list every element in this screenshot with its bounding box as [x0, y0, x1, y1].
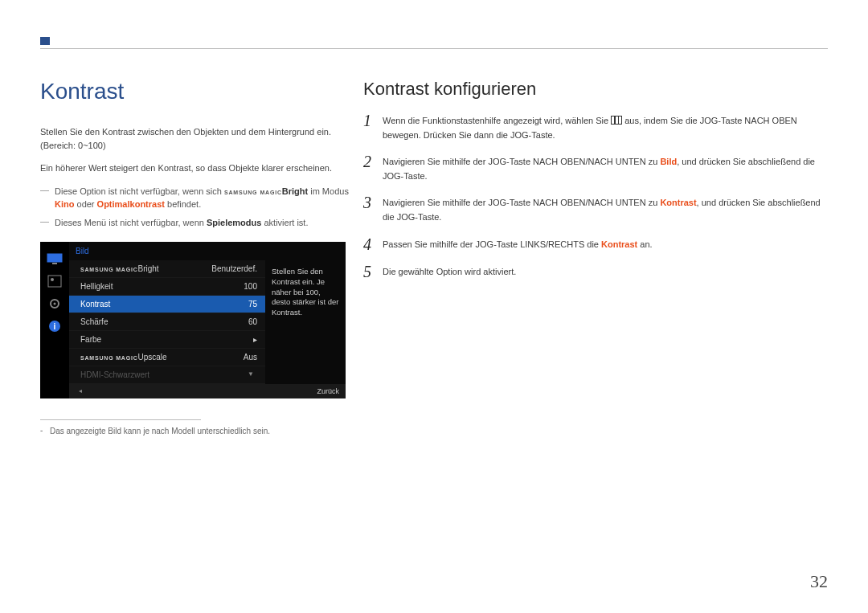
step-number: 5 — [363, 264, 383, 280]
step-1: 1 Wenn die Funktionstastenhilfe angezeig… — [363, 114, 829, 142]
step-2-text-a: Navigieren Sie mithilfe der JOG-Taste NA… — [383, 157, 660, 166]
step-4-text-b: an. — [637, 239, 652, 249]
subsection-heading: Kontrast konfigurieren — [363, 79, 829, 100]
step-4-text-a: Passen Sie mithilfe der JOG-Taste LINKS/… — [383, 239, 601, 249]
osd-row-schaerfe: Schärfe 60 — [69, 313, 265, 331]
gear-icon — [46, 296, 63, 311]
svg-text:i: i — [54, 322, 56, 331]
osd-value-schaerfe: 60 — [248, 317, 257, 326]
info-icon: i — [46, 319, 63, 333]
step-4-bold: Kontrast — [601, 239, 637, 249]
step-5: 5 Die gewählte Option wird aktiviert. — [363, 265, 829, 280]
samsung-label: SAMSUNG — [224, 190, 257, 195]
osd-row-magic: MAGIC — [116, 267, 137, 272]
osd-value-upscale: Aus — [244, 353, 257, 362]
step-3-bold: Kontrast — [660, 198, 696, 207]
osd-sidebar: i — [40, 242, 69, 398]
header-rule — [40, 48, 828, 49]
footnote-separator — [40, 419, 201, 420]
step-2-bold: Bild — [660, 157, 677, 166]
step-list: 1 Wenn die Funktionstastenhilfe angezeig… — [363, 114, 829, 280]
step-4: 4 Passen Sie mithilfe der JOG-Taste LINK… — [363, 238, 829, 252]
osd-value-benutzerdef: Benutzerdef. — [211, 264, 257, 273]
intro-text-2: Ein höherer Wert steigert den Kontrast, … — [40, 161, 354, 175]
osd-header: Bild — [69, 242, 346, 260]
step-3: 3 Navigieren Sie mithilfe der JOG-Taste … — [363, 196, 829, 224]
osd-screenshot: i Bild SAMSUNG MAGICBright Benutzerdef. … — [40, 242, 346, 398]
step-body: Navigieren Sie mithilfe der JOG-Taste NA… — [383, 155, 829, 183]
note-2-part-b: aktiviert ist. — [261, 218, 308, 227]
monitor-icon — [46, 251, 63, 266]
note-2-part-a: Dieses Menü ist nicht verfügbar, wenn — [55, 218, 207, 227]
osd-row-magic2: MAGIC — [116, 355, 137, 361]
osd-value-helligkeit: 100 — [244, 282, 257, 291]
step-1-text-a: Wenn die Funktionstastenhilfe angezeigt … — [383, 116, 611, 125]
step-body: Navigieren Sie mithilfe der JOG-Taste NA… — [383, 196, 829, 224]
note-1-part-d: befindet. — [165, 199, 201, 209]
magic-label: MAGIC — [260, 190, 281, 195]
osd-label-hdmi: HDMI-Schwarzwert — [80, 370, 149, 379]
footnote: Das angezeigte Bild kann je nach Modell … — [40, 427, 354, 435]
note-1-part-b: im Modus — [308, 186, 349, 196]
osd-label-kontrast: Kontrast — [80, 300, 110, 309]
osd-value-farbe: ▸ — [253, 335, 257, 344]
osd-middle: SAMSUNG MAGICBright Benutzerdef. Helligk… — [69, 260, 346, 384]
intro-text-1: Stellen Sie den Kontrast zwischen den Ob… — [40, 125, 354, 152]
svg-point-5 — [54, 303, 56, 305]
step-5-text-a: Die gewählte Option wird aktiviert. — [383, 267, 516, 276]
kino-label: Kino — [55, 199, 74, 209]
note-2: Dieses Menü ist nicht verfügbar, wenn Sp… — [40, 216, 354, 230]
picture-icon — [46, 274, 63, 288]
bright-label: Bright — [282, 186, 308, 196]
step-body: Wenn die Funktionstastenhilfe angezeigt … — [383, 114, 829, 142]
osd-value-kontrast: 75 — [248, 300, 257, 309]
osd-body: Bild SAMSUNG MAGICBright Benutzerdef. He… — [69, 242, 346, 398]
osd-label-farbe: Farbe — [80, 335, 101, 344]
step-number: 3 — [363, 194, 383, 224]
osd-label-helligkeit: Helligkeit — [80, 282, 113, 291]
step-number: 1 — [363, 112, 383, 142]
osd-description: Stellen Sie den Kontrast ein. Je näher b… — [265, 260, 346, 384]
note-1-part-c: oder — [74, 199, 96, 209]
step-body: Passen Sie mithilfe der JOG-Taste LINKS/… — [383, 238, 829, 252]
osd-row-magic-bright: SAMSUNG MAGICBright Benutzerdef. — [69, 260, 265, 278]
osd-back-label: Zurück — [317, 387, 339, 395]
chevron-down-icon: ▼ — [244, 370, 257, 379]
menu-icon — [611, 116, 622, 125]
step-number: 2 — [363, 153, 383, 183]
right-column: Kontrast konfigurieren 1 Wenn die Funkti… — [363, 79, 829, 292]
svg-rect-0 — [47, 254, 62, 262]
page-number: 32 — [810, 571, 828, 592]
osd-row-magic-upscale: SAMSUNG MAGICUpscale Aus — [69, 349, 265, 366]
step-number: 4 — [363, 236, 383, 252]
optimalkontrast-label: Optimalkontrast — [97, 199, 165, 209]
chevron-left-icon: ◂ — [76, 387, 85, 395]
svg-rect-1 — [52, 263, 57, 264]
osd-footer: ◂ Zurück — [69, 384, 346, 398]
left-column: Kontrast Stellen Sie den Kontrast zwisch… — [40, 79, 354, 435]
osd-label-schaerfe: Schärfe — [80, 317, 108, 326]
osd-row-farbe: Farbe ▸ — [69, 331, 265, 349]
osd-row-hdmi: HDMI-Schwarzwert ▼ — [69, 366, 265, 384]
svg-point-3 — [51, 278, 54, 281]
osd-row-samsung: SAMSUNG — [80, 267, 113, 272]
svg-rect-2 — [48, 276, 61, 287]
osd-row-kontrast: Kontrast 75 — [69, 296, 265, 313]
section-heading: Kontrast — [40, 79, 354, 104]
osd-row-helligkeit: Helligkeit 100 — [69, 278, 265, 296]
osd-row-bright: Bright — [138, 264, 159, 273]
note-1: Diese Option ist nicht verfügbar, wenn s… — [40, 185, 354, 211]
osd-menu: SAMSUNG MAGICBright Benutzerdef. Helligk… — [69, 260, 265, 384]
step-3-text-a: Navigieren Sie mithilfe der JOG-Taste NA… — [383, 198, 660, 207]
osd-row-upscale: Upscale — [138, 353, 167, 362]
osd-row-samsung2: SAMSUNG — [80, 355, 113, 361]
header-accent-block — [40, 37, 50, 45]
note-1-part-a: Diese Option ist nicht verfügbar, wenn s… — [55, 186, 224, 196]
spielemodus-label: Spielemodus — [207, 218, 261, 227]
step-2: 2 Navigieren Sie mithilfe der JOG-Taste … — [363, 155, 829, 183]
step-body: Die gewählte Option wird aktiviert. — [383, 265, 829, 280]
